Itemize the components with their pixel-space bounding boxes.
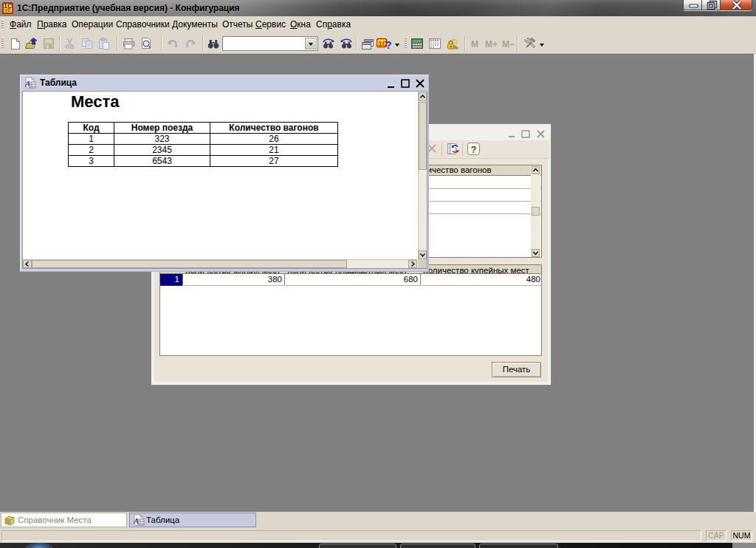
svg-text:?: ? [471,144,477,155]
svg-text:?: ? [385,39,392,50]
